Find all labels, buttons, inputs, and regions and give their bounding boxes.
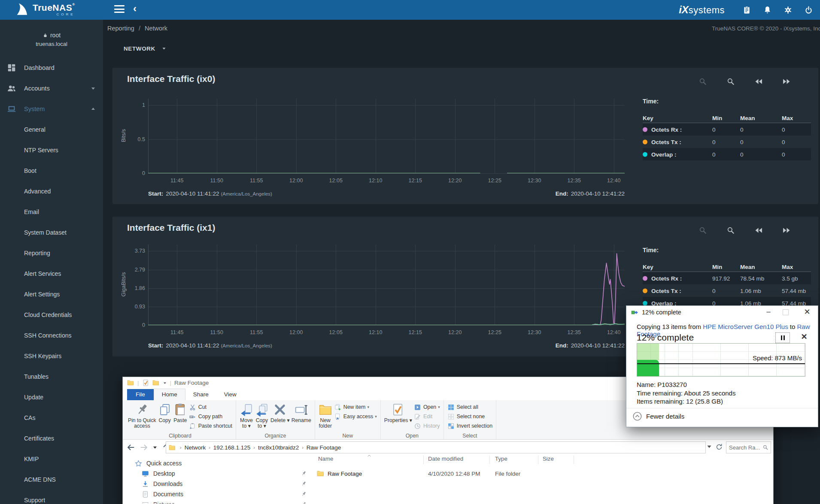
column-header-name[interactable]: Name (318, 456, 333, 465)
properties-quick-icon[interactable] (142, 379, 149, 386)
settings-gear-icon[interactable] (784, 6, 793, 15)
address-field[interactable]: ›Network›192.168.1.125›tnc8x10tbraidz2›R… (166, 441, 706, 453)
zoom-in-icon[interactable] (726, 77, 735, 86)
sidebar-item-boot[interactable]: Boot (0, 160, 103, 181)
paste-shortcut-button[interactable]: Paste shortcut (189, 421, 232, 431)
sidebar-item-advanced[interactable]: Advanced (0, 181, 103, 202)
forward-icon[interactable] (139, 443, 149, 452)
path-segment[interactable]: tnc8x10tbraidz2 (256, 444, 301, 451)
sidebar-item-reporting[interactable]: Reporting (0, 243, 103, 263)
fewer-details-button[interactable]: Fewer details (632, 411, 684, 421)
paste-button[interactable]: Paste (173, 402, 187, 423)
zoom-in-icon[interactable] (726, 226, 735, 235)
back-icon[interactable] (126, 443, 136, 452)
step-forward-icon[interactable] (782, 226, 791, 235)
tab-share[interactable]: Share (185, 389, 216, 400)
pin-to-quick-access-button[interactable]: Pin to Quick access (128, 402, 156, 429)
step-back-icon[interactable] (754, 77, 763, 86)
address-dropdown-icon[interactable] (706, 443, 713, 450)
report-section-dropdown[interactable]: NETWORK (124, 41, 167, 56)
search-input[interactable] (726, 444, 762, 451)
copy-to-button[interactable]: Copy to ▾ (255, 402, 269, 429)
sidebar-item-ntp-servers[interactable]: NTP Servers (0, 140, 103, 160)
new-item-button[interactable]: New item▾ (334, 402, 377, 412)
recent-locations-icon[interactable] (152, 443, 158, 452)
notifications-bell-icon[interactable] (763, 6, 772, 15)
legend-series-name: Overlap : (643, 151, 677, 157)
rename-button[interactable]: Rename (292, 402, 311, 423)
file-row-raw-footage[interactable]: Raw Footage4/10/2020 12:48 PMFile folder (308, 468, 773, 479)
breadcrumb-item[interactable]: Reporting (107, 25, 134, 32)
sidebar-item-general[interactable]: General (0, 119, 103, 140)
step-back-icon[interactable] (754, 226, 763, 235)
sidebar-item-alert-services[interactable]: Alert Services (0, 263, 103, 284)
sidebar-item-system[interactable]: System (0, 99, 103, 119)
column-header-type[interactable]: Type (495, 456, 507, 465)
sidebar-item-kmip[interactable]: KMIP (0, 449, 103, 469)
legend-dot (643, 301, 647, 305)
x-axis-tick: 12:00 (289, 178, 303, 184)
sidebar-item-support[interactable]: Support (0, 490, 103, 504)
power-icon[interactable] (804, 6, 813, 15)
sidebar-item-label: Support (24, 497, 45, 504)
invert-selection-button[interactable]: Invert selection (447, 421, 492, 431)
dialog-title-bar[interactable]: 12% complete – ✕ (626, 306, 818, 319)
select-all-button[interactable]: Select all (447, 402, 492, 412)
customize-toolbar-icon[interactable] (163, 381, 167, 385)
refresh-icon[interactable] (715, 443, 723, 451)
pause-button[interactable] (775, 332, 790, 343)
search-box[interactable] (726, 441, 771, 453)
collapse-nav-icon[interactable]: ‹ (133, 3, 137, 15)
tab-view[interactable]: View (216, 389, 244, 400)
sidebar-item-dashboard[interactable]: Dashboard (0, 57, 103, 78)
sidebar-item-acme-dns[interactable]: ACME DNS (0, 469, 103, 490)
cancel-copy-button[interactable]: ✕ (799, 332, 809, 341)
move-to-button[interactable]: Move to ▾ (240, 402, 253, 429)
sidebar-item-update[interactable]: Update (0, 387, 103, 407)
new-folder-quick-icon[interactable] (152, 379, 160, 386)
sidebar-item-ssh-keypairs[interactable]: SSH Keypairs (0, 346, 103, 366)
tasks-icon[interactable] (742, 6, 751, 15)
sidebar-item-cloud-credentials[interactable]: Cloud Credentials (0, 305, 103, 325)
sidebar-item-alert-settings[interactable]: Alert Settings (0, 284, 103, 305)
properties-button[interactable]: Properties ▾ (384, 402, 412, 423)
zoom-out-icon[interactable] (699, 77, 707, 86)
tab-home[interactable]: Home (154, 389, 185, 400)
nav-item-desktop[interactable]: Desktop (123, 468, 308, 479)
minimize-icon[interactable]: – (763, 307, 774, 318)
nav-item-downloads[interactable]: Downloads (123, 479, 308, 489)
path-segment[interactable]: Network (183, 444, 208, 451)
easy-access-button[interactable]: Easy access▾ (334, 412, 377, 421)
breadcrumb-item[interactable]: Network (145, 25, 167, 32)
cut-button[interactable]: Cut (189, 402, 232, 412)
close-icon[interactable]: ✕ (802, 307, 813, 318)
nav-item-documents[interactable]: Documents (123, 489, 308, 499)
new-folder-button[interactable]: New folder (319, 402, 332, 429)
nav-item-quick-access[interactable]: Quick access (123, 458, 308, 468)
copy-path-button[interactable]: Copy path (189, 412, 232, 421)
sidebar-item-system-dataset[interactable]: System Dataset (0, 222, 103, 243)
folder-icon[interactable] (127, 379, 134, 386)
delete-button[interactable]: Delete ▾ (270, 402, 290, 423)
sidebar-item-accounts[interactable]: Accounts (0, 78, 103, 99)
tab-file[interactable]: File (127, 389, 154, 400)
zoom-out-icon[interactable] (699, 226, 707, 235)
open-button[interactable]: Open▾ (414, 402, 440, 412)
sidebar-item-email[interactable]: Email (0, 202, 103, 222)
select-none-button[interactable]: Select none (447, 412, 492, 421)
sidebar-item-tunables[interactable]: Tunables (0, 366, 103, 387)
path-segment[interactable]: Raw Footage (305, 444, 343, 451)
sidebar-item-ssh-connections[interactable]: SSH Connections (0, 325, 103, 346)
step-forward-icon[interactable] (782, 77, 791, 86)
column-header-date-modified[interactable]: Date modified (428, 456, 463, 465)
truenas-logo[interactable]: TrueNAS® CORE (15, 2, 75, 17)
nav-item-pictures[interactable]: Pictures (123, 499, 308, 504)
hamburger-menu-icon[interactable] (114, 5, 125, 14)
copy-button[interactable]: Copy (158, 402, 172, 423)
sidebar-item-cas[interactable]: CAs (0, 407, 103, 428)
sidebar-item-certificates[interactable]: Certificates (0, 428, 103, 449)
source-link[interactable]: HPE MicroServer Gen10 Plus (703, 323, 788, 330)
path-segment[interactable]: 192.168.1.125 (212, 444, 252, 451)
column-header-size[interactable]: Size (543, 456, 554, 465)
legend-title: Time: (643, 247, 811, 254)
